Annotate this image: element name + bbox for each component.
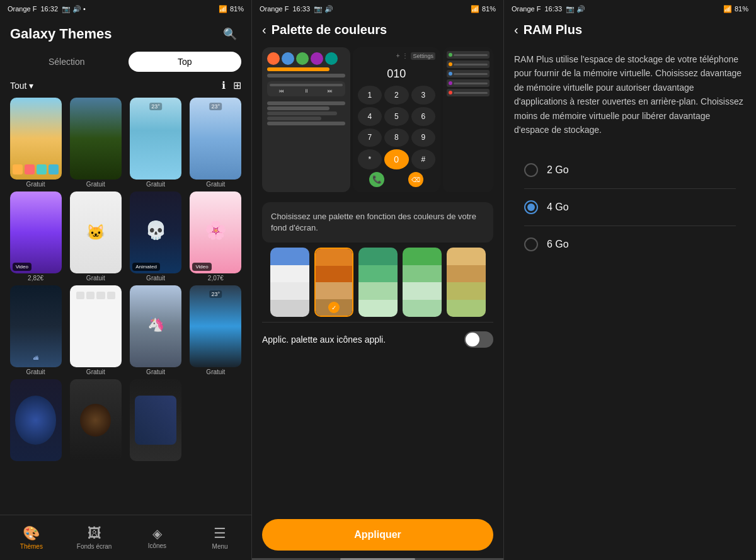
list-item[interactable]: Gratuit (67, 98, 123, 188)
list-item[interactable] (128, 379, 184, 462)
calc-btn-1[interactable]: 1 (358, 86, 382, 105)
tab-top[interactable]: Top (129, 52, 242, 72)
nav-item-menu[interactable]: ☰ Menu (188, 520, 251, 555)
theme-thumbnail (10, 98, 62, 180)
carrier-1: Orange F (8, 5, 37, 13)
theme-thumbnail (70, 98, 122, 180)
call-icon[interactable]: 📞 (369, 172, 384, 187)
icons-nav-icon: ◈ (152, 526, 162, 541)
back-button-palette[interactable]: ‹ (262, 23, 266, 37)
theme-thumbnail: 🌸 Video (190, 191, 241, 273)
calc-btn-8[interactable]: 8 (384, 129, 409, 147)
palette-card-1[interactable] (270, 248, 309, 317)
nav-item-themes[interactable]: 🎨 Thèmes (0, 520, 63, 555)
list-item[interactable]: 🏙 Gratuit (8, 285, 64, 375)
theme-thumbnail: 23° (190, 285, 241, 367)
preview-screen-right (443, 47, 493, 192)
list-item[interactable]: Gratuit (67, 285, 123, 375)
calc-btn-0[interactable]: 0 (384, 149, 409, 169)
nav-item-wallpaper[interactable]: 🖼 Fonds écran (63, 520, 126, 555)
list-item[interactable]: 23° Gratuit (128, 98, 184, 188)
calc-btn-5[interactable]: 5 (384, 107, 409, 126)
theme-price: Gratuit (86, 275, 105, 282)
list-item[interactable]: Video 2,82€ (8, 191, 64, 282)
battery-3: 81% (735, 5, 748, 13)
themes-tabs: Sélection Top (0, 48, 251, 76)
filter-icons-group: ℹ ⊞ (222, 79, 241, 91)
ram-option-6go[interactable]: 6 Go (514, 226, 746, 263)
delete-icon[interactable]: ⌫ (408, 172, 423, 187)
palette-icon-toggle[interactable] (464, 331, 493, 348)
palette-title: Palette de couleurs (272, 23, 387, 37)
theme-price: Gratuit (26, 181, 45, 188)
search-button[interactable]: 🔍 (219, 23, 241, 45)
toggle-knob (466, 333, 479, 346)
palette-card-3[interactable] (358, 248, 398, 317)
video-badge: Video (192, 263, 211, 271)
panel-palette: Orange F 16:33 📷 🔊 📶 81% ‹ Palette de co… (252, 0, 504, 560)
icon-orange (267, 52, 280, 65)
info-icon[interactable]: ℹ (222, 79, 226, 91)
calc-btn-4[interactable]: 4 (358, 107, 382, 126)
carrier-2: Orange F (260, 5, 289, 13)
theme-price: Gratuit (146, 181, 165, 188)
theme-price: Gratuit (146, 275, 165, 282)
calc-top-bar: + ⋮ Settings (358, 52, 436, 60)
grid-icon[interactable]: ⊞ (233, 79, 241, 91)
ram-option-4go[interactable]: 4 Go (514, 189, 746, 226)
calc-btn-hash[interactable]: # (411, 149, 436, 169)
theme-thumbnail (130, 379, 181, 461)
list-item[interactable]: Gratuit (8, 98, 64, 188)
filter-dropdown[interactable]: Tout ▾ (10, 81, 33, 91)
theme-price: Gratuit (206, 181, 225, 188)
bottom-nav: 🎨 Thèmes 🖼 Fonds écran ◈ Icônes ☰ Menu (0, 515, 251, 560)
list-item[interactable]: 🦄 Gratuit (128, 285, 184, 375)
apply-button[interactable]: Appliquer (262, 519, 493, 551)
theme-thumbnail (10, 379, 62, 461)
icon-blue (282, 52, 294, 65)
list-item[interactable]: 🌸 Video 2,07€ (188, 191, 244, 282)
calc-btn-6[interactable]: 6 (411, 107, 436, 126)
calc-btn-star[interactable]: * (358, 149, 382, 169)
chevron-down-icon: ▾ (29, 81, 33, 91)
time-1: 16:32 (40, 5, 58, 13)
status-left-1: Orange F 16:32 📷 🔊 • (8, 5, 86, 13)
theme-thumbnail (70, 379, 122, 461)
list-item[interactable]: 🐱 Gratuit (67, 191, 123, 282)
nav-item-icons[interactable]: ◈ Icônes (126, 521, 189, 554)
palette-card-4[interactable] (403, 248, 442, 317)
back-button-ram[interactable]: ‹ (514, 23, 518, 37)
icon-purple (311, 52, 323, 65)
palette-options: ✓ (262, 248, 493, 317)
calc-btn-2[interactable]: 2 (384, 86, 409, 105)
tab-selection[interactable]: Sélection (10, 52, 123, 72)
preview-screen-calc: + ⋮ Settings 010 1 2 3 4 5 6 7 8 9 * 0 # (353, 47, 441, 192)
signal-icon-1: 📶 (219, 5, 227, 13)
status-right-2: 📶 81% (471, 5, 496, 13)
ram-content-area: RAM Plus utilise l'espace de stockage de… (504, 42, 756, 560)
palette-card-2[interactable]: ✓ (314, 248, 353, 317)
theme-price: 2,82€ (28, 275, 43, 282)
list-item[interactable]: 23° Gratuit (188, 98, 244, 188)
theme-thumbnail: 23° (190, 98, 241, 180)
list-item[interactable]: 23° Gratuit (188, 285, 244, 375)
list-item[interactable] (8, 379, 64, 462)
calc-btn-7[interactable]: 7 (358, 129, 382, 147)
ram-option-2go[interactable]: 2 Go (514, 152, 746, 188)
status-right-3: 📶 81% (723, 5, 748, 13)
time-2: 16:33 (292, 5, 310, 13)
theme-price: Gratuit (206, 369, 225, 375)
radio-circle-6go (524, 237, 538, 251)
icon-green (296, 52, 309, 65)
list-item[interactable] (67, 379, 123, 462)
palette-header: ‹ Palette de couleurs (252, 18, 503, 42)
palette-card-5[interactable] (447, 248, 486, 317)
color-palette-preview: ⏮ ⏸ ⏭ + ⋮ Settings 010 (262, 47, 493, 192)
panel-galaxy-themes: Orange F 16:32 📷 🔊 • 📶 81% Galaxy Themes… (0, 0, 252, 560)
radio-label-4go: 4 Go (547, 202, 569, 213)
wallpaper-nav-icon: 🖼 (88, 525, 101, 542)
calc-btn-9[interactable]: 9 (411, 129, 436, 147)
themes-grid: Gratuit Gratuit 23° Gratuit 23° Gratuit (8, 98, 244, 462)
list-item[interactable]: 💀 Animated Gratuit (128, 191, 184, 282)
calc-btn-3[interactable]: 3 (411, 86, 436, 105)
